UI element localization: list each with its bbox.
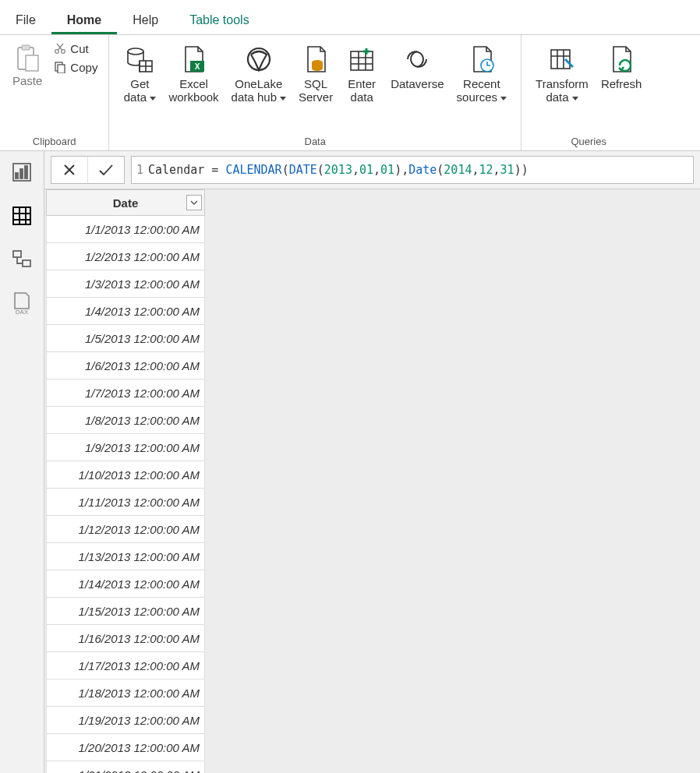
enter-data-icon: [345, 43, 378, 76]
svg-rect-1: [22, 45, 30, 50]
table-cell[interactable]: 1/7/2013 12:00:00 AM: [47, 379, 205, 407]
onelake-icon: [242, 43, 275, 76]
tab-help[interactable]: Help: [117, 5, 174, 34]
table-cell[interactable]: 1/2/2013 12:00:00 AM: [47, 243, 205, 270]
table-cell[interactable]: 1/19/2013 12:00:00 AM: [47, 707, 205, 734]
report-view-icon[interactable]: [10, 161, 34, 184]
table-cell[interactable]: 1/11/2013 12:00:00 AM: [47, 489, 205, 516]
data-view-icon[interactable]: [10, 204, 34, 228]
svg-rect-2: [26, 55, 38, 71]
enter-data-button[interactable]: Enter data: [339, 40, 384, 108]
refresh-button[interactable]: Refresh: [595, 40, 649, 94]
sql-server-button[interactable]: SQL Server: [292, 40, 339, 108]
model-view-icon[interactable]: [10, 248, 34, 271]
svg-rect-19: [25, 166, 27, 178]
get-data-label: Get data: [124, 77, 156, 104]
svg-point-4: [62, 50, 65, 54]
dataverse-label: Dataverse: [391, 77, 444, 90]
table-cell[interactable]: 1/9/2013 12:00:00 AM: [47, 434, 205, 461]
svg-point-7: [128, 48, 143, 55]
sql-label: SQL Server: [299, 77, 333, 104]
table-cell[interactable]: 1/16/2013 12:00:00 AM: [47, 625, 205, 652]
group-data: Get data X Excel workbook OneLake data h…: [109, 35, 521, 150]
group-clipboard: Paste Cut Copy Clipboard: [0, 35, 109, 150]
excel-workbook-button[interactable]: X Excel workbook: [162, 40, 224, 108]
svg-text:X: X: [195, 62, 200, 71]
data-grid[interactable]: Date 1/1/2013 12:00:00 AM1/2/2013 12:00:…: [44, 189, 700, 773]
paste-label: Paste: [12, 74, 42, 87]
sql-icon: [299, 43, 332, 76]
table-cell[interactable]: 1/14/2013 12:00:00 AM: [47, 570, 205, 598]
formula-bar: 1Calendar = CALENDAR(DATE(2013,01,01),Da…: [44, 151, 700, 189]
excel-icon: X: [177, 43, 210, 76]
table-cell[interactable]: 1/10/2013 12:00:00 AM: [47, 461, 205, 489]
table-cell[interactable]: 1/5/2013 12:00:00 AM: [47, 325, 205, 352]
cut-button[interactable]: Cut: [50, 40, 101, 58]
column-header-date[interactable]: Date: [47, 190, 205, 216]
view-rail: DAX: [0, 151, 44, 773]
onelake-button[interactable]: OneLake data hub: [225, 40, 292, 108]
svg-point-3: [55, 50, 59, 54]
excel-label: Excel workbook: [168, 77, 218, 104]
onelake-label: OneLake data hub: [232, 77, 286, 104]
table-cell[interactable]: 1/15/2013 12:00:00 AM: [47, 598, 205, 625]
table-cell[interactable]: 1/4/2013 12:00:00 AM: [47, 298, 205, 325]
paste-icon: [14, 43, 41, 74]
group-label-clipboard: Clipboard: [33, 136, 76, 149]
get-data-button[interactable]: Get data: [117, 40, 162, 108]
tab-table-tools[interactable]: Table tools: [174, 5, 265, 34]
svg-rect-21: [13, 251, 21, 257]
recent-label: Recent sources: [457, 77, 507, 104]
table-cell[interactable]: 1/13/2013 12:00:00 AM: [47, 543, 205, 570]
transform-data-button[interactable]: Transform data: [529, 40, 595, 108]
group-label-queries: Queries: [571, 136, 606, 149]
column-filter-button[interactable]: [186, 195, 202, 210]
menu-tabs: File Home Help Table tools: [0, 0, 700, 35]
svg-rect-13: [351, 51, 373, 70]
ribbon: Paste Cut Copy Clipboard Get data: [0, 35, 700, 151]
cut-icon: [53, 41, 67, 55]
svg-rect-17: [16, 173, 18, 178]
group-queries: Transform data Refresh Queries: [521, 35, 656, 150]
dataverse-button[interactable]: Dataverse: [384, 40, 450, 94]
paste-button[interactable]: Paste: [8, 40, 47, 90]
refresh-icon: [605, 43, 638, 76]
svg-rect-18: [20, 169, 23, 178]
copy-label: Copy: [70, 61, 97, 74]
enter-data-label: Enter data: [348, 77, 376, 104]
check-icon: [97, 162, 115, 178]
table-cell[interactable]: 1/18/2013 12:00:00 AM: [47, 679, 205, 707]
table-cell[interactable]: 1/20/2013 12:00:00 AM: [47, 734, 205, 761]
x-icon: [62, 162, 77, 178]
formula-cancel-button[interactable]: [51, 157, 88, 183]
table-cell[interactable]: 1/21/2013 12:00:00 AM: [47, 761, 205, 774]
svg-rect-6: [58, 65, 65, 73]
svg-rect-15: [551, 50, 570, 69]
recent-sources-button[interactable]: Recent sources: [451, 40, 514, 108]
formula-input[interactable]: 1Calendar = CALENDAR(DATE(2013,01,01),Da…: [131, 156, 694, 184]
formula-commit-button[interactable]: [88, 157, 124, 183]
line-number: 1: [136, 163, 143, 177]
table-cell[interactable]: 1/3/2013 12:00:00 AM: [47, 270, 205, 298]
svg-rect-22: [23, 260, 30, 266]
get-data-icon: [123, 43, 156, 76]
table-cell[interactable]: 1/6/2013 12:00:00 AM: [47, 352, 205, 379]
table-cell[interactable]: 1/8/2013 12:00:00 AM: [47, 407, 205, 434]
dax-view-icon[interactable]: DAX: [10, 291, 34, 315]
table-cell[interactable]: 1/17/2013 12:00:00 AM: [47, 652, 205, 679]
tab-file[interactable]: File: [0, 5, 51, 34]
copy-button[interactable]: Copy: [50, 58, 101, 77]
recent-icon: [465, 43, 498, 76]
table-cell[interactable]: 1/1/2013 12:00:00 AM: [47, 216, 205, 243]
cut-label: Cut: [70, 42, 88, 55]
transform-label: Transform data: [536, 77, 589, 104]
group-label-data: Data: [305, 136, 326, 149]
copy-icon: [53, 60, 67, 74]
refresh-label: Refresh: [601, 77, 642, 90]
table-cell[interactable]: 1/12/2013 12:00:00 AM: [47, 516, 205, 543]
svg-text:DAX: DAX: [16, 309, 29, 315]
date-table: Date 1/1/2013 12:00:00 AM1/2/2013 12:00:…: [46, 189, 205, 773]
tab-home[interactable]: Home: [51, 5, 117, 34]
svg-rect-20: [13, 207, 30, 224]
dataverse-icon: [401, 43, 433, 76]
